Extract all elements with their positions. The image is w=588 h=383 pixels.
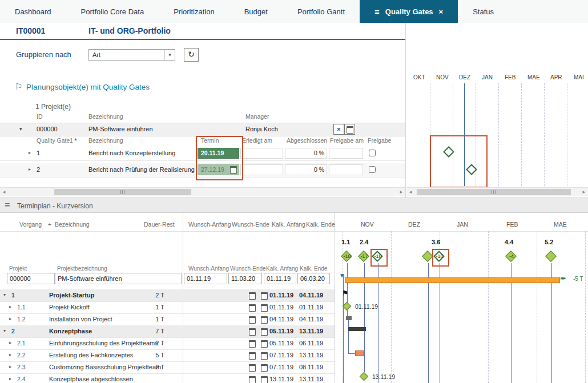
col-wunsch-ende[interactable]: Wunsch-Ende: [232, 221, 269, 228]
col-kalk-ende[interactable]: Kalk. Ende: [306, 221, 335, 228]
calendar-icon[interactable]: [249, 304, 256, 312]
scroll-right-icon[interactable]: ►: [399, 190, 404, 195]
termin-date-field[interactable]: 20.11.19: [198, 148, 239, 159]
calendar-icon[interactable]: [261, 316, 268, 324]
termin-date-field[interactable]: 27.12.19: [198, 164, 239, 175]
refresh-button[interactable]: ↻: [184, 48, 199, 62]
expand-icon[interactable]: ▸: [9, 304, 11, 309]
horizontal-scrollbar-left[interactable]: ◄ ►: [0, 187, 405, 196]
calendar-icon[interactable]: [261, 376, 268, 383]
collapse-icon[interactable]: ▾: [3, 292, 6, 297]
horizontal-scrollbar-right[interactable]: ◄ ►: [406, 187, 588, 196]
project-name-cell[interactable]: PM-Software einführen: [55, 273, 182, 284]
phase-start-flag-icon[interactable]: ⚑: [342, 289, 349, 297]
col-vorgang[interactable]: Vorgang: [19, 221, 42, 228]
erledigt-am-field[interactable]: [240, 164, 283, 175]
project-id-cell[interactable]: 000000: [7, 273, 55, 284]
calendar-icon[interactable]: [249, 328, 256, 336]
calendar-icon[interactable]: [261, 328, 268, 336]
calendar-icon[interactable]: [261, 304, 268, 312]
col-bezeichnung[interactable]: Bezeichnung: [55, 221, 90, 228]
col-wunsch-anfang[interactable]: Wunsch-Anfang: [188, 221, 231, 228]
freigabe-checkbox[interactable]: [369, 166, 376, 173]
task-bar-fachkonzept[interactable]: [355, 350, 364, 356]
task-row-1-2[interactable]: ▸ 1.2 Installation von Project 1 T 04.11…: [0, 313, 335, 326]
expand-icon[interactable]: ▸: [29, 150, 31, 155]
freigabe-am-field[interactable]: [329, 148, 363, 159]
col-bezeichnung[interactable]: Bezeichnung: [88, 137, 123, 144]
project-summary-bar[interactable]: [345, 277, 560, 283]
milestone-minus17[interactable]: -17: [358, 251, 370, 263]
close-tab-icon[interactable]: ×: [439, 8, 444, 15]
gate-milestone-1[interactable]: [443, 146, 456, 159]
erledigt-am-field[interactable]: [240, 148, 283, 159]
project-row[interactable]: ▾ 000000 PM-Software einführen Ronja Koc…: [0, 123, 405, 136]
clear-button[interactable]: ×: [333, 124, 344, 135]
expand-icon[interactable]: ▸: [9, 352, 11, 357]
calendar-icon[interactable]: [249, 376, 256, 383]
scrollbar-thumb[interactable]: [417, 189, 571, 195]
freigabe-am-field[interactable]: [329, 164, 363, 175]
hamburger-menu-icon[interactable]: ≡: [374, 7, 380, 16]
groupby-dropdown[interactable]: Art ▾: [88, 49, 175, 61]
scroll-right-icon[interactable]: ►: [582, 190, 586, 195]
milestone-minus4[interactable]: -4: [505, 251, 518, 263]
calendar-icon[interactable]: [249, 352, 256, 360]
task-row-2-2[interactable]: ▸ 2.2 Erstellung des Fachkonzeptes 5 T 0…: [0, 349, 335, 362]
task-row-1-1[interactable]: ▸ 1.1 Projekt-Kickoff 1 T 01.11.19 01.11…: [0, 301, 335, 314]
expand-icon[interactable]: ▸: [29, 167, 31, 172]
expand-icon[interactable]: ▸: [9, 376, 11, 381]
col-erledigt-am[interactable]: Erledigt am: [242, 137, 272, 144]
tab-status[interactable]: Status: [458, 0, 509, 23]
calendar-icon[interactable]: [261, 340, 268, 348]
tab-dashboard[interactable]: Dashboard: [0, 0, 66, 23]
expand-icon[interactable]: ▸: [9, 340, 11, 345]
col-freigabe-am[interactable]: Freigabe am: [330, 137, 364, 144]
col-termin[interactable]: Termin: [201, 137, 219, 144]
col-abgeschlossen[interactable]: Abgeschlossen: [287, 137, 327, 144]
calendar-icon[interactable]: [261, 364, 268, 372]
tab-quality-gates-active[interactable]: ≡ Quality Gates ×: [360, 0, 458, 23]
calendar-icon[interactable]: [261, 292, 268, 300]
collapse-icon[interactable]: ▾: [19, 126, 22, 132]
hamburger-menu-icon[interactable]: ≡: [5, 200, 10, 211]
task-row-2-1[interactable]: ▸ 2.1 Einführungsschulung des Projekttea…: [0, 337, 335, 350]
task-row-2-4[interactable]: ▸ 2.4 Konzeptphase abgeschlossen 13.11.1…: [0, 373, 335, 383]
task-row-1[interactable]: ▾ 1 Projekt-Startup 2 T 01.11.19 04.11.1…: [0, 289, 335, 302]
task-row-2[interactable]: ▾ 2 Konzeptphase 7 T 05.11.19 13.11.19: [0, 325, 335, 338]
col-kalk-anfang[interactable]: Kalk. Anfang: [272, 221, 305, 228]
milestone-5-2[interactable]: [545, 251, 558, 263]
expand-icon[interactable]: ▸: [9, 316, 11, 321]
wunsch-anfang-cell[interactable]: 01.11.19: [184, 273, 227, 284]
wunsch-ende-cell[interactable]: 11.03.20: [228, 273, 262, 284]
expand-icon[interactable]: ▸: [9, 364, 11, 369]
col-quality-gate[interactable]: Quality Gate: [37, 137, 70, 144]
scroll-left-icon[interactable]: ◄: [408, 190, 413, 195]
freigabe-checkbox[interactable]: [369, 150, 376, 156]
calendar-button[interactable]: [344, 124, 355, 135]
col-dauer-rest[interactable]: Dauer-Rest: [144, 221, 175, 228]
calendar-icon[interactable]: [261, 352, 268, 360]
gate-row-1[interactable]: ▸ 1 Bericht nach Konzepterstellung 20.11…: [0, 147, 405, 161]
chevron-down-icon[interactable]: ▾: [164, 50, 175, 60]
task-row-2-3[interactable]: ▸ 2.3 Customizing Basisschulung Projektt…: [0, 361, 335, 374]
milestone-minus18[interactable]: -18: [341, 251, 353, 263]
calendar-icon[interactable]: [249, 316, 256, 324]
konzeptphase-summary-bar[interactable]: [348, 327, 366, 331]
col-freigabe[interactable]: Freigabe: [368, 137, 391, 144]
scrollbar-thumb[interactable]: [54, 189, 191, 195]
calendar-icon[interactable]: [249, 364, 256, 372]
gate-row-2[interactable]: ▸ 2 Bericht nach Prüfung der Realisierun…: [0, 163, 405, 178]
calendar-icon[interactable]: [249, 340, 256, 348]
calendar-icon[interactable]: [230, 166, 237, 174]
tab-portfolio-gantt[interactable]: Portfolio Gantt: [283, 0, 360, 23]
calendar-icon[interactable]: [249, 292, 256, 300]
milestone-minus10[interactable]: -10: [433, 251, 446, 263]
tab-portfolio-core-data[interactable]: Portfolio Core Data: [66, 0, 159, 23]
tab-budget[interactable]: Budget: [229, 0, 283, 23]
scroll-left-icon[interactable]: ◄: [2, 190, 6, 195]
gate-milestone-2[interactable]: [466, 164, 478, 176]
milestone-minus16[interactable]: -16: [372, 251, 384, 263]
collapse-icon[interactable]: ▾: [3, 328, 6, 333]
kalk-anfang-cell[interactable]: 01.11.19: [264, 273, 296, 284]
